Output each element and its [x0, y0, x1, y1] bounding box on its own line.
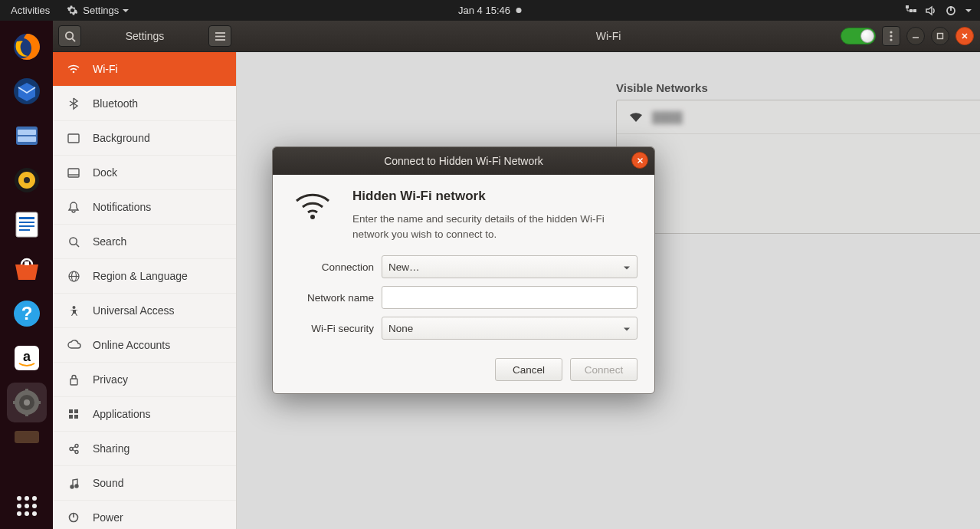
sidebar-item-wifi[interactable]: Wi-Fi	[53, 52, 236, 87]
settings-sidebar: Wi-Fi Bluetooth Background Dock Notifica…	[53, 52, 237, 529]
svg-rect-18	[25, 261, 29, 265]
page-menu-button[interactable]	[882, 26, 900, 46]
cancel-button[interactable]: Cancel	[495, 358, 562, 381]
launcher-settings[interactable]	[7, 383, 47, 422]
sidebar-item-background[interactable]: Background	[53, 121, 236, 156]
svg-line-41	[72, 38, 75, 41]
app-title: Settings	[86, 30, 204, 42]
wifi-security-label: Wi-Fi security	[290, 323, 382, 334]
connection-select[interactable]: New…	[382, 255, 637, 278]
launcher-thunderbird[interactable]	[7, 71, 47, 111]
svg-point-52	[73, 71, 75, 74]
svg-rect-8	[18, 130, 36, 135]
svg-rect-53	[68, 134, 79, 143]
bell-icon	[67, 202, 80, 213]
sidebar-item-sharing[interactable]: Sharing	[53, 432, 236, 466]
network-icon[interactable]	[905, 5, 917, 17]
window-close[interactable]	[955, 27, 974, 45]
lock-icon	[67, 374, 80, 386]
cloud-icon	[67, 340, 80, 350]
connection-value: New…	[388, 261, 420, 273]
sidebar-item-label: Dock	[93, 166, 117, 179]
sidebar-item-notifications[interactable]: Notifications	[53, 190, 236, 225]
wifi-security-select[interactable]: None	[382, 317, 637, 340]
launcher-unknown[interactable]	[7, 427, 47, 447]
svg-rect-63	[69, 409, 73, 413]
sidebar-item-sound[interactable]: Sound	[53, 466, 236, 501]
note-icon	[67, 478, 80, 489]
svg-point-56	[69, 237, 76, 244]
chevron-down-icon[interactable]	[965, 7, 972, 15]
accessibility-icon	[67, 305, 80, 317]
globe-icon	[67, 271, 80, 282]
network-name-input[interactable]	[382, 286, 637, 309]
sidebar-item-label: Wi-Fi	[93, 63, 118, 75]
notification-dot-icon	[516, 8, 522, 13]
svg-rect-30	[15, 431, 39, 443]
wifi-large-icon	[290, 189, 336, 242]
power-icon[interactable]	[945, 5, 957, 17]
svg-rect-13	[16, 212, 38, 237]
search-button[interactable]	[58, 25, 81, 47]
launcher-rhythmbox[interactable]	[7, 160, 47, 200]
sidebar-item-label: Privacy	[93, 373, 128, 386]
sidebar-item-region[interactable]: Region & Language	[53, 259, 236, 294]
activities-button[interactable]: Activities	[0, 5, 61, 16]
svg-rect-9	[18, 136, 36, 142]
launcher-libreoffice-writer[interactable]	[7, 205, 47, 245]
background-icon	[67, 133, 80, 143]
svg-rect-62	[70, 379, 77, 385]
svg-point-69	[75, 450, 78, 453]
dialog-close-button[interactable]	[631, 152, 648, 169]
chevron-down-icon	[623, 323, 631, 334]
sidebar-item-label: Universal Access	[93, 304, 175, 317]
window-minimize[interactable]	[906, 27, 925, 45]
svg-rect-65	[69, 415, 73, 419]
sidebar-item-dock[interactable]: Dock	[53, 156, 236, 190]
sidebar-item-bluetooth[interactable]: Bluetooth	[53, 87, 236, 121]
svg-rect-28	[36, 401, 41, 404]
svg-point-29	[24, 399, 30, 406]
launcher-amazon[interactable]: a	[7, 338, 47, 378]
grid-icon	[67, 409, 80, 419]
dialog-titlebar: Connect to Hidden Wi-Fi Network	[273, 147, 654, 175]
app-menu-label: Settings	[83, 5, 119, 16]
sidebar-item-label: Power	[93, 511, 123, 524]
svg-point-45	[890, 31, 892, 33]
launcher-help[interactable]: ?	[7, 294, 47, 334]
launcher-software[interactable]	[7, 249, 47, 289]
window-titlebar: Settings Wi-Fi	[53, 21, 980, 52]
wifi-toggle[interactable]	[841, 28, 876, 44]
sidebar-item-online-accounts[interactable]: Online Accounts	[53, 328, 236, 363]
svg-point-33	[32, 496, 37, 501]
sidebar-item-universal-access[interactable]: Universal Access	[53, 294, 236, 328]
dialog-heading: Hidden Wi-Fi network	[352, 189, 628, 204]
close-icon	[961, 32, 969, 40]
svg-point-72	[70, 485, 74, 488]
sidebar-item-label: Applications	[93, 408, 151, 420]
svg-point-38	[25, 511, 29, 516]
launcher-files[interactable]	[7, 116, 47, 156]
sidebar-item-label: Online Accounts	[93, 339, 170, 351]
svg-rect-64	[74, 409, 78, 413]
svg-rect-66	[74, 415, 78, 419]
hamburger-menu-button[interactable]	[208, 25, 231, 47]
svg-point-68	[75, 444, 78, 447]
show-applications[interactable]	[7, 486, 47, 526]
sidebar-item-label: Bluetooth	[93, 97, 138, 110]
launcher-firefox[interactable]	[7, 27, 47, 67]
clock[interactable]: Jan 4 15:46	[458, 5, 522, 16]
sidebar-item-search[interactable]: Search	[53, 225, 236, 259]
app-menu[interactable]: Settings	[61, 5, 140, 16]
svg-point-61	[72, 306, 75, 309]
chevron-down-icon	[623, 261, 631, 273]
window-maximize[interactable]	[931, 27, 949, 45]
network-name-label: Network name	[290, 292, 382, 304]
connect-button[interactable]: Connect	[570, 358, 637, 381]
volume-icon[interactable]	[925, 5, 937, 17]
sidebar-item-privacy[interactable]: Privacy	[53, 363, 236, 397]
svg-rect-26	[25, 412, 28, 416]
sidebar-item-applications[interactable]: Applications	[53, 397, 236, 432]
sidebar-item-power[interactable]: Power	[53, 501, 236, 529]
maximize-icon	[936, 32, 944, 40]
